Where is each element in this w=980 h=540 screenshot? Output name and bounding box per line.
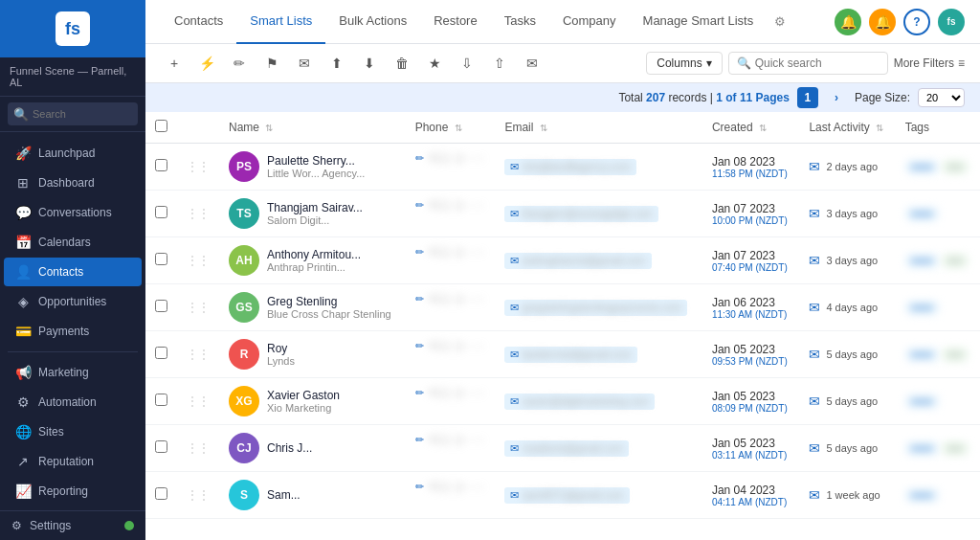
star-button[interactable]: ★ — [421, 50, 448, 77]
sidebar-item-automation[interactable]: ⚙ Automation — [4, 388, 142, 416]
email-badge[interactable]: ✉ thangjam@soneagdigit.com — [504, 206, 658, 222]
sidebar-item-calendars[interactable]: 📅 Calendars — [4, 228, 142, 257]
select-all-checkbox[interactable] — [155, 120, 167, 132]
export-down-button[interactable]: ⇩ — [454, 50, 480, 77]
contact-name[interactable]: Sam... — [267, 488, 301, 502]
email-value: anthrqpharmit@gmail.com — [522, 255, 645, 266]
email-badge[interactable]: ✉ xavier@digitmarketing.com — [504, 394, 655, 410]
edit-phone-icon[interactable]: ✏ — [415, 387, 424, 399]
flag-button[interactable]: ⚑ — [258, 50, 285, 77]
avatar: AH — [229, 245, 259, 276]
message-button[interactable]: ✉ — [519, 50, 546, 77]
drag-handle[interactable]: ⋮⋮ — [177, 191, 219, 237]
page-1-button[interactable]: 1 — [797, 87, 818, 108]
sidebar-item-launchpad[interactable]: 🚀 Launchpad — [4, 139, 142, 168]
sidebar-item-conversations[interactable]: 💬 Conversations — [4, 198, 142, 227]
tab-manage-smart-lists[interactable]: Manage Smart Lists — [630, 0, 768, 44]
drag-handle[interactable]: ⋮⋮ — [177, 144, 219, 191]
tab-bulk-actions[interactable]: Bulk Actions — [325, 0, 420, 44]
export-up-button[interactable]: ⇧ — [486, 50, 513, 77]
row-checkbox-4[interactable] — [155, 347, 167, 359]
sidebar-item-opportunities[interactable]: ◈ Opportunities — [4, 287, 142, 316]
sidebar-item-marketing[interactable]: 📢 Marketing — [4, 358, 142, 387]
delete-button[interactable]: 🗑 — [389, 50, 415, 77]
page-size-select[interactable]: 20 50 100 — [918, 88, 965, 107]
edit-phone-icon[interactable]: ✏ — [415, 199, 424, 212]
row-checkbox-1[interactable] — [155, 206, 167, 218]
user-avatar-button[interactable]: fs — [938, 9, 965, 35]
sidebar-settings[interactable]: ⚙ Settings — [0, 510, 145, 540]
sidebar-item-label: Dashboard — [38, 176, 95, 190]
edit-button[interactable]: ✏ — [226, 50, 253, 77]
edit-phone-icon[interactable]: ✏ — [415, 340, 424, 352]
row-checkbox-6[interactable] — [155, 440, 167, 453]
drag-handle[interactable]: ⋮⋮ — [177, 284, 219, 331]
help-button[interactable]: ? — [903, 9, 930, 35]
tab-restore[interactable]: Restore — [420, 0, 491, 44]
activity-email-icon: ✉ — [809, 206, 820, 221]
email-badge[interactable]: ✉ gregsterlingstenlingpayments.com — [504, 300, 687, 316]
email-column-header: Email ⇅ — [495, 112, 702, 144]
email-badge[interactable]: ✉ anthrqpharmit@gmail.com — [504, 253, 651, 269]
edit-phone-icon[interactable]: ✏ — [415, 481, 424, 493]
contact-name[interactable]: Thangjam Sairav... — [267, 201, 363, 214]
tab-tasks[interactable]: Tasks — [491, 0, 549, 44]
row-checkbox-5[interactable] — [155, 394, 167, 406]
email-badge[interactable]: ✉ sam0071@gmail.com — [504, 487, 630, 504]
settings-gear-icon[interactable]: ⚙ — [774, 14, 786, 29]
contact-name[interactable]: Xavier Gaston — [267, 389, 340, 402]
columns-button[interactable]: Columns ▾ — [646, 52, 722, 75]
contact-name[interactable]: Chris J... — [267, 441, 312, 455]
email-badge[interactable]: ✉ maddock@gmail.com — [504, 440, 629, 457]
edit-phone-icon[interactable]: ✏ — [415, 246, 424, 259]
avatar: PS — [229, 151, 259, 182]
row-checkbox-2[interactable] — [155, 253, 167, 265]
activity-cell: ✉ 3 days ago — [799, 237, 895, 284]
drag-handle[interactable]: ⋮⋮ — [177, 425, 219, 472]
edit-phone-icon[interactable]: ✏ — [415, 434, 424, 446]
contact-name[interactable]: Roy — [267, 342, 295, 355]
phone-cell: ✏ +1 (···)··· ··· — [406, 331, 496, 360]
drag-handle[interactable]: ⋮⋮ — [177, 472, 219, 519]
sidebar-item-reporting[interactable]: 📈 Reporting — [4, 477, 142, 506]
drag-handle[interactable]: ⋮⋮ — [177, 237, 219, 284]
last-activity-column-header: Last Activity ⇅ — [799, 112, 895, 144]
tab-contacts[interactable]: Contacts — [161, 0, 236, 44]
row-checkbox-0[interactable] — [155, 159, 167, 171]
email-badge[interactable]: ✉ taxidermist@gmail.com — [504, 347, 636, 363]
upload-button[interactable]: ⬆ — [323, 50, 350, 77]
sidebar-item-dashboard[interactable]: ⊞ Dashboard — [4, 169, 142, 197]
filter-button[interactable]: ⚡ — [193, 50, 220, 77]
download-button[interactable]: ⬇ — [356, 50, 383, 77]
activity-email-icon: ✉ — [809, 487, 820, 503]
tab-smart-lists[interactable]: Smart Lists — [236, 0, 325, 44]
add-button[interactable]: + — [161, 50, 188, 77]
contact-name[interactable]: Greg Stenling — [267, 295, 391, 308]
notification-orange-button[interactable]: 🔔 — [869, 9, 896, 35]
email-badge[interactable]: ✉ info@landflagency.com — [504, 159, 636, 175]
contact-name[interactable]: Anthony Armitou... — [267, 248, 361, 261]
next-page-button[interactable]: › — [826, 87, 847, 108]
contact-name[interactable]: Paulette Sherry... — [267, 154, 365, 168]
sidebar-item-sites[interactable]: 🌐 Sites — [4, 417, 142, 446]
more-filters-button[interactable]: More Filters ≡ — [894, 56, 965, 70]
tab-company[interactable]: Company — [549, 0, 630, 44]
phone-value: +1 (···)··· ··· — [428, 245, 483, 259]
contact-sub: Blue Cross Chapr Stenling — [267, 308, 391, 320]
quick-search-input[interactable] — [755, 56, 880, 70]
sidebar-item-payments[interactable]: 💳 Payments — [4, 317, 142, 346]
row-checkbox-3[interactable] — [155, 300, 167, 312]
phone-cell: ✏ +1 (···)··· ··· — [406, 284, 496, 313]
drag-handle[interactable]: ⋮⋮ — [177, 378, 219, 425]
sidebar-item-reputation[interactable]: ↗ Reputation — [4, 447, 142, 476]
edit-phone-icon[interactable]: ✏ — [415, 293, 424, 305]
sidebar-item-label: Reporting — [38, 484, 88, 498]
drag-handle[interactable]: ⋮⋮ — [177, 331, 219, 378]
notification-green-button[interactable]: 🔔 — [835, 9, 861, 35]
edit-phone-icon[interactable]: ✏ — [415, 152, 424, 165]
page-size-label: Page Size: — [855, 91, 910, 104]
email-button[interactable]: ✉ — [291, 50, 318, 77]
sidebar-item-contacts[interactable]: 👤 Contacts — [4, 258, 142, 286]
contact-sub: Anthrap Printin... — [267, 261, 361, 273]
row-checkbox-7[interactable] — [155, 487, 167, 500]
